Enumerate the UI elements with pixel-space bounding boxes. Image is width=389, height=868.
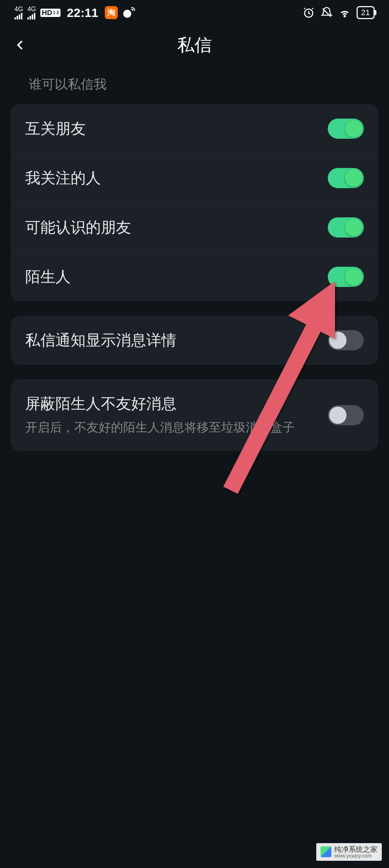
signal-1-label: 4G <box>14 6 23 12</box>
toggle-may-know[interactable] <box>328 217 364 238</box>
watermark-url: www.ycwjsy.com <box>334 853 377 859</box>
row-content: 屏蔽陌生人不友好消息 开启后，不友好的陌生人消息将移至垃圾消息盒子 <box>25 394 328 437</box>
hd-badge: HD 1 2 <box>40 9 61 17</box>
battery-level: 21 <box>361 8 370 17</box>
toggle-knob <box>345 169 362 187</box>
weibo-icon <box>122 6 136 19</box>
watermark-logo-icon <box>321 846 331 857</box>
row-content: 可能认识的朋友 <box>25 217 328 238</box>
row-label: 屏蔽陌生人不友好消息 <box>25 394 328 414</box>
row-subtitle: 开启后，不友好的陌生人消息将移至垃圾消息盒子 <box>25 418 328 437</box>
row-content: 陌生人 <box>25 267 328 287</box>
status-bar-right: 21 <box>303 6 375 19</box>
status-time: 22:11 <box>67 6 98 20</box>
settings-row-mutual-friends[interactable]: 互关朋友 <box>11 104 378 154</box>
chevron-left-icon <box>13 38 27 52</box>
settings-group-block-unfriendly: 屏蔽陌生人不友好消息 开启后，不友好的陌生人消息将移至垃圾消息盒子 <box>11 379 378 451</box>
signal-2-label: 4G <box>27 6 36 12</box>
toggle-knob <box>329 407 346 424</box>
toggle-knob <box>329 332 346 349</box>
toggle-knob <box>345 120 362 137</box>
settings-row-strangers[interactable]: 陌生人 <box>11 252 378 301</box>
toggle-following[interactable] <box>328 168 364 188</box>
toggle-block-unfriendly[interactable] <box>328 405 364 425</box>
toggle-strangers[interactable] <box>328 267 364 287</box>
page-title: 私信 <box>177 34 212 57</box>
toggle-knob <box>345 219 362 236</box>
battery-indicator: 21 <box>357 6 375 19</box>
sim-label: 1 2 <box>53 10 59 15</box>
signal-bars-icon <box>14 13 22 19</box>
toggle-knob <box>345 268 362 285</box>
signal-1: 4G <box>14 6 23 19</box>
nav-header: 私信 <box>0 25 389 65</box>
toggle-show-details[interactable] <box>328 330 364 350</box>
notification-muted-icon <box>321 6 333 19</box>
settings-row-show-details[interactable]: 私信通知显示消息详情 <box>11 316 378 365</box>
wifi-icon <box>339 6 351 19</box>
settings-group-who-can-message: 互关朋友 我关注的人 可能认识的朋友 陌生人 <box>11 104 378 301</box>
row-label: 陌生人 <box>25 267 328 287</box>
watermark-text: 纯净系统之家 www.ycwjsy.com <box>334 845 377 859</box>
watermark-title: 纯净系统之家 <box>334 845 377 853</box>
row-content: 私信通知显示消息详情 <box>25 330 328 350</box>
row-label: 互关朋友 <box>25 119 328 139</box>
back-button[interactable] <box>11 36 29 54</box>
taobao-icon: 淘 <box>105 6 118 19</box>
settings-row-block-unfriendly[interactable]: 屏蔽陌生人不友好消息 开启后，不友好的陌生人消息将移至垃圾消息盒子 <box>11 379 378 451</box>
watermark: 纯净系统之家 www.ycwjsy.com <box>316 843 382 861</box>
signal-2: 4G <box>27 6 36 19</box>
row-label: 可能认识的朋友 <box>25 217 328 238</box>
svg-point-2 <box>344 16 345 17</box>
row-content: 我关注的人 <box>25 168 328 188</box>
section-header-who-can-message: 谁可以私信我 <box>0 65 389 104</box>
settings-row-following[interactable]: 我关注的人 <box>11 154 378 203</box>
row-label: 私信通知显示消息详情 <box>25 330 328 350</box>
signal-bars-icon <box>27 13 35 19</box>
alarm-icon <box>303 6 315 19</box>
toggle-mutual-friends[interactable] <box>328 119 364 139</box>
svg-point-0 <box>123 10 131 18</box>
settings-group-notification: 私信通知显示消息详情 <box>11 316 378 365</box>
hd-label: HD <box>42 9 52 17</box>
row-label: 我关注的人 <box>25 168 328 188</box>
settings-row-may-know[interactable]: 可能认识的朋友 <box>11 203 378 252</box>
status-bar-left: 4G 4G HD 1 2 22:11 淘 <box>14 6 136 20</box>
status-bar: 4G 4G HD 1 2 22:11 淘 <box>0 0 389 25</box>
row-content: 互关朋友 <box>25 119 328 139</box>
